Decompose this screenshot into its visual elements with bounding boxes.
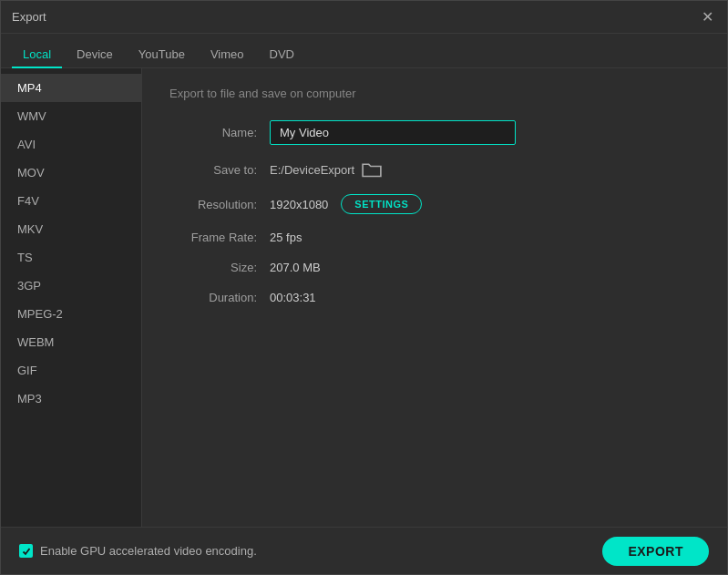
- gpu-label: Enable GPU accelerated video encoding.: [40, 544, 257, 558]
- duration-label: Duration:: [169, 291, 270, 304]
- sidebar-item-3gp[interactable]: 3GP: [1, 272, 141, 300]
- name-row: Name:: [169, 120, 700, 145]
- close-button[interactable]: ✕: [698, 8, 716, 26]
- save-to-wrapper: E:/DeviceExport: [270, 161, 382, 178]
- sidebar-item-gif[interactable]: GIF: [1, 356, 141, 385]
- tab-local[interactable]: Local: [12, 42, 62, 68]
- name-label: Name:: [169, 126, 270, 139]
- frame-rate-label: Frame Rate:: [169, 231, 270, 244]
- sidebar-item-ts[interactable]: TS: [1, 243, 141, 272]
- export-description: Export to file and save on computer: [169, 87, 700, 100]
- frame-rate-value: 25 fps: [270, 231, 302, 244]
- tab-vimeo[interactable]: Vimeo: [200, 42, 255, 68]
- resolution-label: Resolution:: [169, 198, 270, 211]
- tabs-bar: Local Device YouTube Vimeo DVD: [1, 34, 727, 68]
- bottom-bar: Enable GPU accelerated video encoding. E…: [1, 527, 727, 574]
- sidebar-item-mkv[interactable]: MKV: [1, 215, 141, 243]
- tab-youtube[interactable]: YouTube: [128, 42, 196, 68]
- resolution-wrapper: 1920x1080 SETTINGS: [270, 194, 422, 214]
- sidebar-item-mp3[interactable]: MP3: [1, 385, 141, 413]
- gpu-checkbox-wrapper: Enable GPU accelerated video encoding.: [19, 544, 257, 558]
- sidebar-item-webm[interactable]: WEBM: [1, 328, 141, 356]
- size-label: Size:: [169, 261, 270, 274]
- save-to-label: Save to:: [169, 163, 270, 177]
- title-bar: Export ✕: [1, 1, 727, 34]
- resolution-value: 1920x1080: [270, 198, 328, 211]
- duration-value: 00:03:31: [270, 291, 316, 304]
- settings-button[interactable]: SETTINGS: [341, 194, 422, 214]
- resolution-row: Resolution: 1920x1080 SETTINGS: [169, 194, 700, 214]
- gpu-checkbox[interactable]: [19, 544, 33, 558]
- size-value: 207.0 MB: [270, 261, 321, 274]
- folder-icon[interactable]: [362, 161, 382, 178]
- sidebar-item-avi[interactable]: AVI: [1, 130, 141, 159]
- frame-rate-row: Frame Rate: 25 fps: [169, 231, 700, 244]
- window-title: Export: [12, 10, 46, 24]
- sidebar-item-mpeg2[interactable]: MPEG-2: [1, 300, 141, 328]
- tab-dvd[interactable]: DVD: [259, 42, 305, 68]
- sidebar-item-wmv[interactable]: WMV: [1, 102, 141, 130]
- sidebar-item-mp4[interactable]: MP4: [1, 74, 141, 102]
- export-window: Export ✕ Local Device YouTube Vimeo DVD …: [0, 0, 728, 575]
- format-sidebar: MP4 WMV AVI MOV F4V MKV TS 3GP MPEG-2 WE…: [1, 68, 142, 527]
- sidebar-item-mov[interactable]: MOV: [1, 159, 141, 187]
- export-button[interactable]: EXPORT: [602, 537, 709, 566]
- save-to-row: Save to: E:/DeviceExport: [169, 161, 700, 178]
- name-input[interactable]: [270, 120, 516, 145]
- save-path-value: E:/DeviceExport: [270, 163, 354, 177]
- content-area: MP4 WMV AVI MOV F4V MKV TS 3GP MPEG-2 WE…: [1, 68, 727, 527]
- main-panel: Export to file and save on computer Name…: [142, 68, 727, 527]
- size-row: Size: 207.0 MB: [169, 261, 700, 274]
- sidebar-item-f4v[interactable]: F4V: [1, 187, 141, 215]
- duration-row: Duration: 00:03:31: [169, 291, 700, 304]
- tab-device[interactable]: Device: [66, 42, 124, 68]
